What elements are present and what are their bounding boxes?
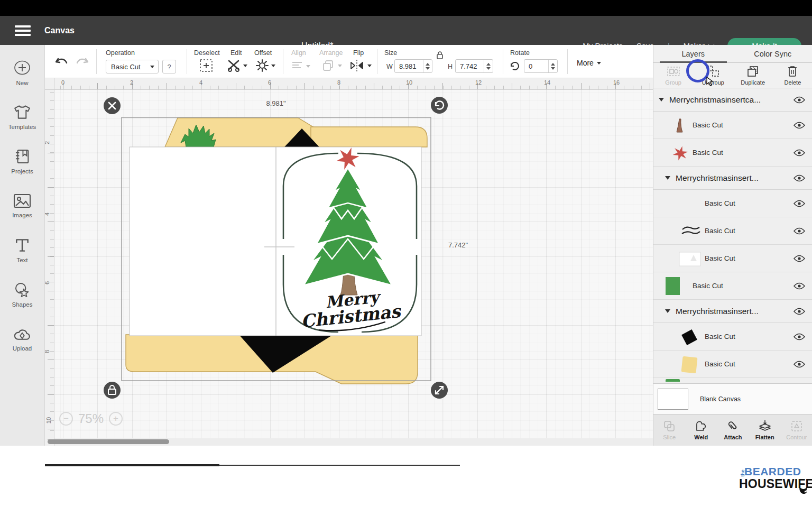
more-menu[interactable]: More [577,59,601,67]
more-caret-icon [597,62,601,64]
height-stepper[interactable] [484,60,493,72]
ruler-number: 12 [475,79,482,86]
flatten-button[interactable]: Flatten [749,414,781,446]
sidebar-item-label: Text [16,257,27,263]
height-value: 7.742 [460,62,477,70]
rotate-input[interactable]: 0 [524,59,558,73]
deselect-label: Deselect [194,49,220,57]
panel-tabs: Layers Color Sync [653,45,812,63]
duplicate-button[interactable]: Duplicate [733,63,773,88]
zoom-in-button[interactable]: + [109,412,123,426]
edit-caret-icon[interactable] [243,64,247,67]
offset-caret-icon[interactable] [271,64,275,67]
layer-row[interactable]: Basic Cut [653,351,812,378]
deselect-icon[interactable] [199,59,213,72]
collapse-triangle-icon[interactable] [659,98,664,102]
tab-color-sync[interactable]: Color Sync [733,45,812,62]
width-stepper[interactable] [423,60,432,72]
attach-button[interactable]: Attach [717,414,749,446]
red-star-thumb [672,145,688,161]
eye-icon[interactable] [793,96,805,104]
height-input[interactable]: 7.742 [455,59,493,73]
notebook-icon [13,148,31,165]
script-text-thumb [681,225,701,237]
layer-row[interactable]: Basic Cut [653,190,812,217]
operation-dropdown[interactable]: Basic Cut [106,60,159,73]
layer-label: Basic Cut [705,360,735,368]
layer-group-header[interactable]: Merrychristmasinsertca... [653,88,812,112]
horizontal-scrollbar-thumb[interactable] [48,439,169,444]
tree-trunk-thumb [675,118,686,134]
panel-actions: Group Ungroup Duplicate [653,63,812,88]
white-card-thumb [679,252,701,266]
sidebar-item-text[interactable]: Text [0,228,45,272]
eye-icon[interactable] [793,122,805,129]
layer-row[interactable]: Basic Cut [653,323,812,351]
group-button: Group [653,63,693,88]
layer-row[interactable]: Basic Cut [653,139,812,167]
redo-icon[interactable] [75,57,89,68]
collapse-triangle-icon[interactable] [665,309,670,313]
eye-icon[interactable] [793,255,805,262]
sidebar-item-projects[interactable]: Projects [0,139,45,183]
flip-icon[interactable] [349,59,365,72]
sidebar-item-images[interactable]: Images [0,183,45,228]
edit-icon[interactable] [227,59,242,72]
delete-handle[interactable] [104,97,121,114]
layer-row[interactable]: Basic Cut [653,245,812,272]
undo-icon[interactable] [54,57,69,68]
envelope-back[interactable] [311,127,427,147]
eye-icon[interactable] [793,361,805,368]
eye-icon[interactable] [793,333,805,340]
blank-canvas-row[interactable]: Blank Canvas [653,383,812,414]
eye-icon[interactable] [793,200,805,207]
arrange-icon [321,59,335,72]
eye-icon[interactable] [793,149,805,156]
rotate-icon[interactable] [509,60,521,72]
contour-button: Contour [781,414,812,446]
lock-handle[interactable] [104,382,121,399]
layer-label: Basic Cut [693,149,723,156]
rotate-stepper[interactable] [548,60,557,72]
rotate-handle[interactable] [431,97,448,114]
cursor-pointer-icon [706,77,714,86]
zoom-level: 75% [78,411,104,426]
layer-row[interactable]: Basic Cut [653,272,812,300]
eye-icon[interactable] [793,174,805,182]
width-input[interactable]: 8.981 [394,59,432,73]
layer-row[interactable]: Basic Cut [653,112,812,139]
layer-group-header[interactable]: Merrychristmasinsert... [653,300,812,323]
weld-button[interactable]: Weld [685,414,717,446]
design-canvas[interactable]: Merry Christmas 8.981" 7.742" [54,90,653,446]
layer-group-header[interactable]: Merrychristmasinsert... [653,167,812,190]
group-label: Group [665,79,681,86]
resize-handle[interactable] [431,382,448,399]
sidebar-item-upload[interactable]: Upload [0,317,45,361]
shapes-icon [13,281,31,298]
left-sidebar: New Templates Projects Images [0,45,45,446]
bearded-housewife-watermark: the BEARDED HOUSEWIFE [739,465,808,498]
eye-icon[interactable] [793,282,805,290]
ruler-number: 10 [406,79,412,86]
delete-button[interactable]: Delete [773,63,812,88]
eye-icon[interactable] [793,308,805,315]
hamburger-menu-icon[interactable] [15,25,31,36]
weld-label: Weld [694,434,708,440]
sidebar-item-templates[interactable]: Templates [0,95,45,139]
operation-help-button[interactable]: ? [162,60,176,73]
tab-layers[interactable]: Layers [653,45,733,62]
ungroup-button[interactable]: Ungroup [693,63,733,88]
ruler-number: 8 [337,79,340,86]
layer-row[interactable]: Basic Cut [653,217,812,245]
eye-icon[interactable] [793,227,805,235]
partial-layer-row[interactable] [653,378,812,382]
size-lock-icon[interactable] [435,50,445,60]
zoom-out-button[interactable]: − [59,412,73,426]
flip-caret-icon[interactable] [367,64,372,67]
rotate-value: 0 [529,62,532,70]
sidebar-item-shapes[interactable]: Shapes [0,272,45,317]
sidebar-item-label: Shapes [12,301,32,308]
sidebar-item-new[interactable]: New [0,50,45,95]
offset-icon[interactable] [255,59,269,72]
collapse-triangle-icon[interactable] [665,176,670,180]
